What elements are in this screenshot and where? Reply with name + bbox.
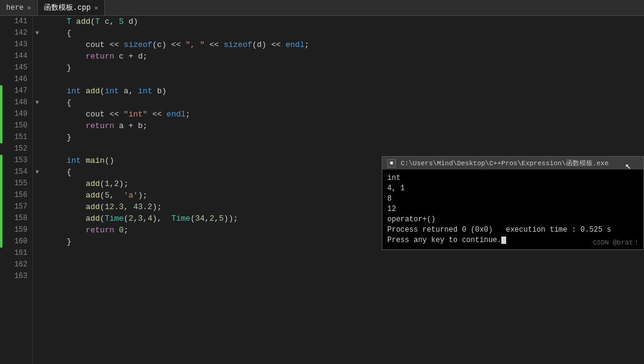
code-line-151: } (48, 132, 644, 143)
line-num-157: 157 (2, 201, 27, 213)
code-line-145: } (48, 62, 644, 74)
gutter-line-158 (33, 213, 41, 224)
code-line-148: { (48, 97, 644, 109)
tab-main-file[interactable]: 函数模板.cpp ✕ (38, 0, 105, 15)
gutter-line-142[interactable]: ▼ (33, 27, 41, 39)
gutter-line-152 (33, 143, 41, 155)
gutter-line-156 (33, 190, 41, 201)
line-num-152: 152 (2, 143, 27, 155)
code-line-152 (48, 143, 644, 155)
tab-here-close[interactable]: ✕ (27, 4, 31, 12)
terminal-title: C:\Users\Mind\Desktop\C++Pros\Expression… (401, 159, 609, 168)
terminal-cursor (501, 237, 506, 244)
gutter-line-143 (33, 39, 41, 51)
watermark: CSDN @brat！ (593, 238, 640, 247)
gutter-line-148[interactable]: ▼ (33, 97, 41, 109)
tab-main-file-close[interactable]: ✕ (95, 4, 98, 12)
line-num-149: 149 (2, 109, 27, 120)
terminal-line-2: 8 (387, 194, 639, 204)
editor-area: 1411421431441451461471481491501511521531… (0, 16, 644, 364)
line-num-147: 147 (2, 85, 27, 97)
line-num-155: 155 (2, 178, 27, 190)
code-line-146 (48, 74, 644, 85)
line-num-162: 162 (2, 259, 27, 271)
terminal-line-0: int (387, 173, 639, 184)
line-num-156: 156 (2, 190, 27, 201)
gutter-line-145 (33, 62, 41, 74)
line-num-145: 145 (2, 62, 27, 74)
line-num-161: 161 (2, 248, 27, 259)
tab-bar: here ✕ 函数模板.cpp ✕ (0, 0, 644, 16)
tab-main-file-label: 函数模板.cpp (44, 2, 91, 13)
line-num-159: 159 (2, 224, 27, 236)
terminal-titlebar: ■ C:\Users\Mind\Desktop\C++Pros\Expressi… (382, 157, 643, 170)
gutter-line-161 (33, 248, 41, 259)
line-num-160: 160 (2, 236, 27, 248)
gutter-line-151 (33, 132, 41, 143)
code-line-144: return c + d; (48, 51, 644, 62)
terminal-line-6: Process returned 0 (0x0) execution time … (387, 225, 639, 235)
gutter-line-154[interactable]: ▼ (33, 166, 41, 178)
line-numbers: 1411421431441451461471481491501511521531… (2, 16, 33, 364)
code-line-149: cout << "int" << endl; (48, 109, 644, 120)
line-num-154: 154 (2, 166, 27, 178)
gutter-line-141 (33, 16, 41, 27)
line-num-151: 151 (2, 132, 27, 143)
collapse-btn-142[interactable]: ▼ (35, 27, 39, 39)
gutter-line-147 (33, 85, 41, 97)
terminal-line-1: 4, 1 (387, 184, 639, 194)
gutter-line-159 (33, 224, 41, 236)
gutter-line-146 (33, 74, 41, 85)
gutter-line-155 (33, 178, 41, 190)
cursor-arrow-icon: ↖ (625, 161, 631, 172)
line-num-143: 143 (2, 39, 27, 51)
collapse-btn-154[interactable]: ▼ (35, 166, 39, 178)
gutter-line-163 (33, 271, 41, 282)
line-num-148: 148 (2, 97, 27, 109)
code-line-143: cout << sizeof(c) << ", " << sizeof(d) <… (48, 39, 644, 51)
line-num-146: 146 (2, 74, 27, 85)
tab-here[interactable]: here ✕ (0, 0, 38, 15)
gutter-line-157 (33, 201, 41, 213)
terminal-line-4: operator+() (387, 215, 639, 225)
terminal-icon: ■ (387, 159, 396, 168)
gutter-line-149 (33, 109, 41, 120)
gutter-line-162 (33, 259, 41, 271)
gutter-line-150 (33, 120, 41, 132)
code-line-162 (48, 259, 644, 271)
terminal-line-3: 12 (387, 204, 639, 215)
code-line-141: T add(T c, S d) (48, 16, 644, 27)
line-num-142: 142 (2, 27, 27, 39)
tab-here-label: here (6, 4, 24, 12)
gutter-line-160 (33, 236, 41, 248)
line-num-158: 158 (2, 213, 27, 224)
code-line-150: return a + b; (48, 120, 644, 132)
line-num-141: 141 (2, 16, 27, 27)
line-num-153: 153 (2, 155, 27, 166)
code-line-142: { (48, 27, 644, 39)
line-num-150: 150 (2, 120, 27, 132)
gutter: ▼▼▼ (33, 16, 41, 364)
code-line-163 (48, 271, 644, 282)
terminal-window[interactable]: ■ C:\Users\Mind\Desktop\C++Pros\Expressi… (382, 156, 644, 250)
line-num-163: 163 (2, 271, 27, 282)
gutter-line-144 (33, 51, 41, 62)
collapse-btn-148[interactable]: ▼ (35, 97, 39, 109)
line-num-144: 144 (2, 51, 27, 62)
gutter-line-153 (33, 155, 41, 166)
code-line-147: int add(int a, int b) (48, 85, 644, 97)
